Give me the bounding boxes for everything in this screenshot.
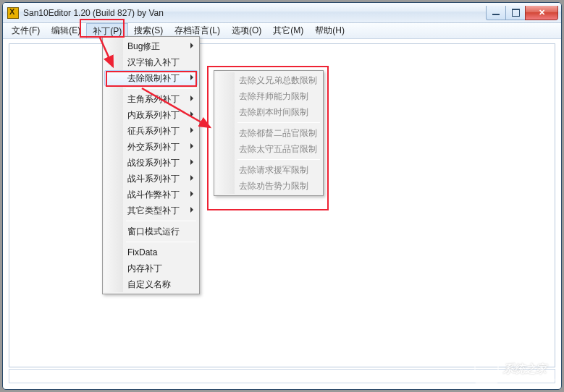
dropdown-item-label: Bug修正 <box>127 41 160 53</box>
dropdown-item-label: 主角系列补丁 <box>127 93 180 106</box>
chevron-right-icon <box>190 74 193 80</box>
dropdown-item[interactable]: 战斗系列补丁 <box>104 171 198 187</box>
chevron-right-icon <box>190 95 193 101</box>
dropdown-item[interactable]: 主角系列补丁 <box>104 91 198 107</box>
dropdown-item-label: 外交系列补丁 <box>127 141 180 153</box>
submenu-item[interactable]: 去除劝告势力限制 <box>216 178 321 194</box>
patch-dropdown: Bug修正汉字输入补丁去除限制补丁主角系列补丁内政系列补丁征兵系列补丁外交系列补… <box>102 36 200 294</box>
dropdown-item-label: 窗口模式运行 <box>127 226 180 238</box>
menu-item-5[interactable]: 选项(O) <box>226 23 267 38</box>
minimize-button[interactable] <box>486 6 506 20</box>
chevron-right-icon <box>190 175 193 181</box>
dropdown-item[interactable]: 征兵系列补丁 <box>104 123 198 139</box>
dropdown-item[interactable]: 其它类型补丁 <box>104 203 198 218</box>
dropdown-item[interactable]: 战役系列补丁 <box>104 155 198 171</box>
maximize-button[interactable] <box>505 6 526 20</box>
submenu-item[interactable]: 去除拜师能力限制 <box>216 88 321 104</box>
menu-item-7[interactable]: 帮助(H) <box>309 23 350 38</box>
chevron-right-icon <box>190 159 193 165</box>
dropdown-item-label: 战斗系列补丁 <box>127 173 180 185</box>
chevron-right-icon <box>190 207 193 213</box>
menu-item-1[interactable]: 编辑(E) <box>46 23 86 38</box>
dropdown-item[interactable]: 去除限制补丁 <box>104 70 198 86</box>
submenu-item[interactable]: 去除义兄弟总数限制 <box>216 72 321 88</box>
chevron-right-icon <box>190 43 193 48</box>
dropdown-item[interactable]: 汉字输入补丁 <box>104 54 198 70</box>
titlebar: San10Editor 1.20 (Build 827) by Van <box>3 3 561 23</box>
dropdown-item[interactable]: FixData <box>104 244 198 260</box>
dropdown-item[interactable]: 内存补丁 <box>104 260 198 276</box>
window-title: San10Editor 1.20 (Build 827) by Van <box>23 8 487 18</box>
dropdown-item-label: 其它类型补丁 <box>127 205 180 217</box>
chevron-right-icon <box>190 191 193 197</box>
remove-limit-submenu: 去除义兄弟总数限制去除拜师能力限制去除剧本时间限制去除都督二品官限制去除太守五品… <box>214 70 324 196</box>
menubar: 文件(F)编辑(E)补丁(P)搜索(S)存档语言(L)选项(O)其它(M)帮助(… <box>3 23 561 39</box>
dropdown-item[interactable]: 内政系列补丁 <box>104 107 198 123</box>
submenu-item[interactable]: 去除请求援军限制 <box>216 162 321 178</box>
dropdown-item[interactable]: 战斗作弊补丁 <box>104 187 198 203</box>
chevron-right-icon <box>190 143 193 149</box>
dropdown-item[interactable]: 窗口模式运行 <box>104 223 198 239</box>
dropdown-item-label: 征兵系列补丁 <box>127 125 180 137</box>
menu-item-6[interactable]: 其它(M) <box>267 23 309 38</box>
dropdown-item[interactable]: 自定义名称 <box>104 276 198 292</box>
dropdown-item-label: 战役系列补丁 <box>127 157 180 169</box>
dropdown-item-label: FixData <box>127 247 157 257</box>
dropdown-item-label: 内政系列补丁 <box>127 109 180 122</box>
submenu-item[interactable]: 去除都督二品官限制 <box>216 125 321 141</box>
submenu-item[interactable]: 去除太守五品官限制 <box>216 141 321 157</box>
dropdown-item-label: 战斗作弊补丁 <box>127 189 180 201</box>
watermark: 系统之家 XITONGZHIJIA <box>474 362 557 383</box>
window-buttons <box>487 6 558 20</box>
bottom-panel <box>9 369 555 383</box>
dropdown-item-label: 内存补丁 <box>127 263 162 275</box>
submenu-item[interactable]: 去除剧本时间限制 <box>216 104 321 120</box>
chevron-right-icon <box>190 111 193 117</box>
dropdown-item-label: 汉字输入补丁 <box>127 56 180 69</box>
menu-item-0[interactable]: 文件(F) <box>6 23 46 38</box>
app-icon <box>7 7 19 19</box>
dropdown-item-label: 去除限制补丁 <box>127 72 180 85</box>
watermark-logo-icon <box>474 363 499 383</box>
dropdown-item-label: 自定义名称 <box>127 278 171 291</box>
chevron-right-icon <box>190 127 193 133</box>
dropdown-item[interactable]: 外交系列补丁 <box>104 139 198 155</box>
dropdown-item[interactable]: Bug修正 <box>104 38 198 54</box>
close-button[interactable] <box>525 6 558 20</box>
